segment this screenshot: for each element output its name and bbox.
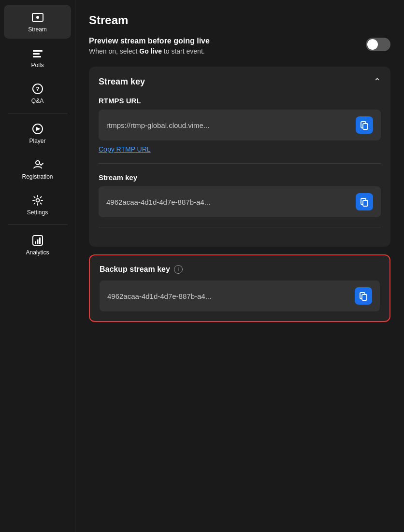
copy-rtmp-link[interactable]: Copy RTMP URL (99, 145, 151, 153)
backup-key-value: 4962acaa-4d1d-4d7e-887b-a4... (107, 292, 349, 300)
sidebar-item-settings[interactable]: Settings (4, 188, 71, 222)
sidebar-item-registration[interactable]: Registration (4, 152, 71, 186)
stream-key-section: Stream key 4962acaa-4d1d-4d7e-887b-a4... (99, 173, 381, 217)
sidebar-item-analytics[interactable]: Analytics (4, 228, 71, 262)
sidebar-item-stream[interactable]: Stream (4, 5, 71, 39)
svg-marker-8 (36, 127, 41, 131)
stream-key-card: Stream key ⌃ RTMPS URL rtmps://rtmp-glob… (89, 67, 390, 247)
sidebar-item-player-label: Player (29, 138, 45, 144)
field-divider-1 (99, 163, 381, 164)
stream-key-field[interactable]: 4962acaa-4d1d-4d7e-887b-a4... (99, 186, 381, 217)
svg-rect-4 (33, 56, 41, 57)
rtmps-url-field[interactable]: rtmps://rtmp-global.cloud.vime... (99, 110, 381, 140)
sidebar: Stream Polls ? Q&A P (0, 0, 75, 532)
backup-header: Backup stream key i (100, 265, 380, 274)
analytics-icon (30, 234, 45, 247)
page-title: Stream (89, 14, 390, 27)
sidebar-item-analytics-label: Analytics (26, 249, 49, 256)
stream-key-label: Stream key (99, 173, 381, 182)
svg-rect-17 (362, 294, 367, 300)
sidebar-item-stream-label: Stream (28, 26, 47, 33)
registration-icon (30, 158, 45, 171)
svg-point-9 (36, 161, 40, 165)
svg-text:?: ? (36, 85, 40, 93)
backup-stream-key-section: Backup stream key i 4962acaa-4d1d-4d7e-8… (89, 254, 390, 322)
svg-rect-13 (37, 239, 38, 244)
preview-description: When on, select Go live to start event. (89, 47, 210, 55)
sidebar-item-settings-label: Settings (27, 209, 48, 216)
svg-rect-12 (35, 241, 36, 244)
card-title: Stream key (99, 77, 145, 87)
polls-icon (30, 46, 45, 60)
sidebar-item-qa[interactable]: ? Q&A (4, 76, 71, 110)
divider-1 (8, 113, 68, 113)
stream-icon (30, 11, 45, 24)
sidebar-item-polls-label: Polls (31, 62, 43, 69)
info-icon[interactable]: i (174, 265, 183, 274)
card-header: Stream key ⌃ (99, 76, 381, 87)
stream-key-value: 4962acaa-4d1d-4d7e-887b-a4... (106, 198, 350, 206)
sidebar-item-registration-label: Registration (22, 173, 53, 180)
sidebar-item-polls[interactable]: Polls (4, 41, 71, 74)
svg-rect-15 (363, 124, 368, 129)
preview-desc-link: Go live (139, 47, 162, 55)
svg-point-10 (36, 199, 39, 202)
chevron-up-icon[interactable]: ⌃ (374, 76, 381, 87)
divider-2 (8, 224, 68, 225)
qa-icon: ? (30, 82, 45, 96)
preview-desc-prefix: When on, select (89, 47, 139, 55)
sidebar-item-qa-label: Q&A (31, 98, 43, 104)
backup-stream-key-title: Backup stream key (100, 265, 170, 274)
preview-section: Preview stream before going live When on… (89, 37, 390, 55)
backup-key-copy-button[interactable] (355, 287, 372, 305)
svg-rect-14 (39, 238, 41, 244)
preview-text: Preview stream before going live When on… (89, 37, 210, 55)
rtmps-url-value: rtmps://rtmp-global.cloud.vime... (106, 121, 350, 129)
settings-icon (30, 194, 45, 207)
field-divider-2 (99, 227, 381, 227)
svg-rect-2 (33, 50, 43, 52)
svg-rect-3 (33, 53, 40, 55)
preview-title: Preview stream before going live (89, 37, 210, 45)
preview-toggle[interactable] (366, 38, 390, 51)
svg-rect-16 (363, 200, 368, 206)
rtmps-copy-button[interactable] (356, 116, 373, 134)
preview-desc-suffix: to start event. (162, 47, 205, 55)
main-content: Stream Preview stream before going live … (75, 0, 404, 532)
player-icon (30, 122, 45, 136)
rtmps-url-label: RTMPS URL (99, 97, 381, 105)
backup-key-field[interactable]: 4962acaa-4d1d-4d7e-887b-a4... (100, 280, 380, 311)
sidebar-item-player[interactable]: Player (4, 116, 71, 150)
stream-key-copy-button[interactable] (356, 193, 373, 210)
rtmps-url-section: RTMPS URL rtmps://rtmp-global.cloud.vime… (99, 97, 381, 154)
svg-point-1 (36, 16, 39, 19)
